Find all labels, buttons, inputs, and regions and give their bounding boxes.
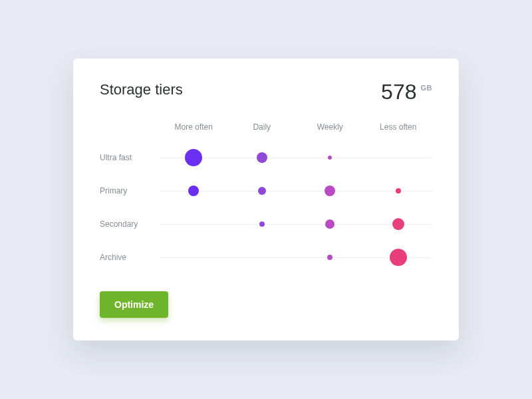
grid-cell bbox=[296, 241, 364, 274]
card-title: Storage tiers bbox=[100, 81, 183, 98]
grid-row: Primary bbox=[100, 174, 432, 207]
grid-cell bbox=[228, 207, 297, 241]
bubble-icon bbox=[327, 255, 332, 260]
grid-cell bbox=[160, 207, 228, 241]
bubble-icon bbox=[328, 156, 332, 160]
bubble-grid: More often Daily Weekly Less often Ultra… bbox=[100, 122, 432, 274]
bubble-icon bbox=[325, 219, 334, 229]
grid-cell bbox=[228, 241, 297, 274]
grid-cell bbox=[228, 174, 297, 207]
grid-cell bbox=[296, 141, 364, 174]
grid-cell bbox=[296, 174, 364, 207]
col-header-less-often: Less often bbox=[364, 122, 433, 132]
bubble-icon bbox=[258, 187, 266, 195]
col-header-weekly: Weekly bbox=[296, 122, 364, 132]
row-label: Archive bbox=[100, 253, 160, 262]
bubble-icon bbox=[390, 249, 407, 266]
card-header: Storage tiers 578 GB bbox=[100, 81, 432, 102]
column-headers: More often Daily Weekly Less often bbox=[100, 122, 432, 132]
grid-cell bbox=[364, 141, 433, 174]
grid-row: Secondary bbox=[100, 207, 432, 241]
col-header-daily: Daily bbox=[228, 122, 297, 132]
bubble-icon bbox=[188, 186, 199, 196]
total-value: 578 bbox=[381, 81, 416, 102]
storage-tiers-card: Storage tiers 578 GB More often Daily We… bbox=[73, 59, 459, 340]
row-label: Secondary bbox=[100, 219, 160, 229]
grid-row: Archive bbox=[100, 241, 432, 274]
col-header-more-often: More often bbox=[160, 122, 228, 132]
bubble-icon bbox=[257, 152, 267, 163]
bubble-icon bbox=[392, 218, 404, 230]
grid-cell bbox=[364, 174, 433, 207]
total-storage: 578 GB bbox=[381, 81, 432, 102]
optimize-button[interactable]: Optimize bbox=[100, 291, 168, 318]
grid-cell bbox=[296, 207, 364, 241]
grid-row: Ultra fast bbox=[100, 141, 432, 174]
grid-cell bbox=[364, 207, 433, 241]
grid-cell bbox=[160, 141, 228, 174]
grid-cell bbox=[160, 174, 228, 207]
grid-cell bbox=[160, 241, 228, 274]
row-label: Ultra fast bbox=[100, 153, 160, 162]
bubble-icon bbox=[396, 188, 401, 194]
grid-cell bbox=[228, 141, 297, 174]
row-label: Primary bbox=[100, 186, 160, 196]
total-unit: GB bbox=[421, 84, 433, 92]
bubble-icon bbox=[259, 221, 265, 227]
bubble-icon bbox=[325, 186, 335, 196]
grid-cell bbox=[364, 241, 433, 274]
bubble-icon bbox=[185, 149, 202, 166]
